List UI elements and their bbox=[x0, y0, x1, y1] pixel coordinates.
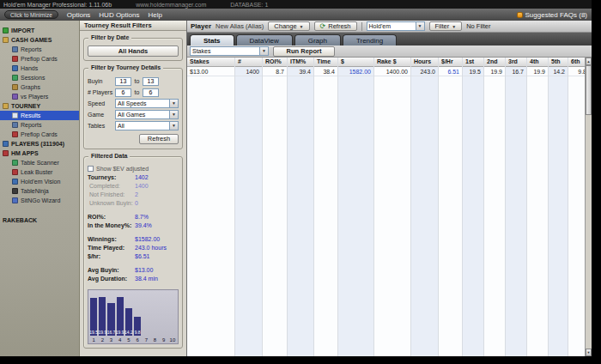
table-cell-1st[interactable]: 19.5 bbox=[463, 67, 483, 76]
table-cell-2nd[interactable]: 19.9 bbox=[484, 67, 505, 76]
speed-select[interactable]: All Speeds ▼ bbox=[115, 99, 179, 108]
sidebar-section-rakeback[interactable]: RAKEBACK bbox=[0, 215, 79, 225]
sidebar-section-hm-apps[interactable]: HM APPS bbox=[0, 149, 79, 158]
sidebar-section-tourney[interactable]: TOURNEY bbox=[0, 101, 79, 111]
game-type-select[interactable]: Hold'em ▼ bbox=[367, 21, 425, 31]
sidebar-item-reports[interactable]: Reports bbox=[0, 45, 79, 54]
vertical-scrollbar[interactable]: ▲ ▼ bbox=[585, 58, 592, 356]
table-cell-5th[interactable]: 14.2 bbox=[549, 67, 568, 76]
table-cell-time[interactable]: 38.4 bbox=[314, 67, 337, 76]
sidebar-item-reports[interactable]: Reports bbox=[0, 120, 79, 130]
tables-label: Tables bbox=[88, 123, 113, 129]
run-report-button[interactable]: Run Report bbox=[273, 46, 335, 57]
column-header-4th[interactable]: 4th bbox=[527, 58, 548, 67]
table-cell-itm[interactable]: 39.4 bbox=[288, 67, 313, 76]
tables-select[interactable]: All ▼ bbox=[115, 121, 179, 130]
table-cell-[interactable]: 1582.00 bbox=[338, 67, 373, 76]
sidebar-section-cash-games[interactable]: CASH GAMES bbox=[0, 35, 79, 45]
table-cell-[interactable]: 1400 bbox=[235, 67, 262, 76]
column-header-1st[interactable]: 1st bbox=[463, 58, 483, 67]
table-cell-rake[interactable]: 1400.00 bbox=[374, 67, 410, 76]
column-header-3rd[interactable]: 3rd bbox=[506, 58, 526, 67]
scrollbar-thumb[interactable] bbox=[586, 65, 592, 115]
sidebar-item-hold-em-vision[interactable]: Hold'em Vision bbox=[0, 177, 79, 186]
tab-trending[interactable]: Trending bbox=[343, 34, 397, 46]
column-header-2nd[interactable]: 2nd bbox=[484, 58, 505, 67]
menu-options[interactable]: Options bbox=[67, 11, 91, 19]
sidebar-item-graphs[interactable]: Graphs bbox=[0, 82, 79, 92]
chart-x-label: 5 bbox=[125, 337, 132, 343]
stat-unknown-buyin: Unknown Buyin:0 bbox=[88, 199, 179, 208]
stat-label: Completed: bbox=[88, 182, 135, 191]
sidebar-item-label: SitNGo Wizard bbox=[21, 197, 60, 203]
filter-panel: Tourney Result Filters Filter by Date Al… bbox=[80, 21, 187, 356]
tab-dataview[interactable]: DataView bbox=[236, 34, 293, 46]
filter-refresh-button[interactable]: Refresh bbox=[139, 134, 179, 144]
column-header-rake[interactable]: Rake $ bbox=[374, 58, 410, 67]
sidebar-item-label: RAKEBACK bbox=[3, 217, 37, 223]
graph-icon bbox=[12, 84, 18, 90]
menu-help[interactable]: Help bbox=[148, 11, 161, 19]
sidebar-item-tableninja[interactable]: TableNinja bbox=[0, 186, 79, 196]
suggested-faqs[interactable]: Suggested FAQs (8) bbox=[517, 11, 587, 19]
folder-icon bbox=[3, 103, 9, 109]
game-label: Game bbox=[88, 112, 113, 118]
table-cell-4th[interactable]: 19.9 bbox=[527, 67, 548, 76]
chart-bar-slot: 14.2 bbox=[125, 293, 132, 336]
tourney-details-label: Filter by Tourney Details bbox=[88, 64, 163, 70]
player-refresh-button[interactable]: ⟳ Refresh bbox=[314, 21, 357, 31]
column-header-hours[interactable]: Hours bbox=[411, 58, 438, 67]
menu-hud-options[interactable]: HUD Options bbox=[99, 11, 139, 19]
chart-x-label: 2 bbox=[99, 337, 106, 343]
game-select[interactable]: All Games ▼ bbox=[115, 110, 179, 119]
sidebar-item-results[interactable]: Results bbox=[0, 111, 79, 120]
sidebar-item-vs-players[interactable]: vs Players bbox=[0, 92, 79, 101]
scroll-down-icon[interactable]: ▼ bbox=[586, 349, 592, 356]
column-header-stakes[interactable]: Stakes bbox=[187, 58, 234, 67]
stat-not-finished: Not Finished:2 bbox=[88, 191, 179, 199]
table-cell-hours[interactable]: 243.0 bbox=[411, 67, 438, 76]
column-header-hr[interactable]: $/Hr bbox=[439, 58, 462, 67]
tab-graph[interactable]: Graph bbox=[294, 34, 341, 46]
players-to-label: to bbox=[133, 89, 141, 95]
buyin-to-input[interactable] bbox=[143, 77, 159, 86]
column-header-[interactable]: $ bbox=[338, 58, 373, 67]
stat-value: $13.00 bbox=[135, 266, 153, 275]
sidebar-item-hands[interactable]: Hands bbox=[0, 64, 79, 73]
sidebar-item-preflop-cards[interactable]: Preflop Cards bbox=[0, 54, 79, 64]
column-header-5th[interactable]: 5th bbox=[549, 58, 568, 67]
column-header-roi[interactable]: ROI% bbox=[263, 58, 287, 67]
scroll-up-icon[interactable]: ▲ bbox=[586, 58, 592, 65]
column-filler bbox=[288, 76, 313, 356]
players-from-input[interactable] bbox=[115, 88, 131, 97]
sidebar-section-players-311904[interactable]: PLAYERS (311904) bbox=[0, 139, 79, 149]
change-player-button[interactable]: Change ▼ bbox=[268, 21, 309, 31]
column-header-[interactable]: # bbox=[235, 58, 262, 67]
stat-value: $1582.00 bbox=[135, 235, 160, 244]
ev-adjusted-checkbox[interactable] bbox=[88, 166, 94, 172]
players-label: # Players bbox=[88, 89, 113, 95]
table-cell-stakes[interactable]: $13.00 bbox=[187, 67, 234, 76]
sidebar-item-leak-buster[interactable]: Leak Buster bbox=[0, 167, 79, 177]
table-cell-hr[interactable]: 6.51 bbox=[439, 67, 462, 76]
table-cell-6th[interactable]: 9.8 bbox=[568, 67, 585, 76]
chevron-down-icon: ▼ bbox=[300, 24, 304, 29]
tab-stats[interactable]: Stats bbox=[190, 34, 234, 46]
table-cell-3rd[interactable]: 16.7 bbox=[506, 67, 526, 76]
filter-button[interactable]: Filter ▼ bbox=[429, 21, 463, 31]
sidebar-section-import[interactable]: IMPORT bbox=[0, 26, 79, 35]
sidebar-item-sessions[interactable]: Sessions bbox=[0, 73, 79, 82]
buyin-from-input[interactable] bbox=[115, 77, 131, 86]
sidebar-item-table-scanner[interactable]: Table Scanner bbox=[0, 158, 79, 167]
players-to-input[interactable] bbox=[143, 88, 159, 97]
all-hands-button[interactable]: All Hands bbox=[88, 46, 179, 57]
minimize-button[interactable]: Click to Minimize bbox=[4, 10, 58, 19]
table-cell-roi[interactable]: 8.7 bbox=[263, 67, 287, 76]
column-header-time[interactable]: Time bbox=[314, 58, 337, 67]
stat-winnings: Winnings:$1582.00 bbox=[88, 235, 179, 244]
report-type-select[interactable]: Stakes ▼ bbox=[190, 46, 269, 56]
column-header-itm[interactable]: ITM% bbox=[288, 58, 313, 67]
sidebar-item-sitngo-wizard[interactable]: SitNGo Wizard bbox=[0, 196, 79, 205]
sidebar-item-preflop-cards[interactable]: Preflop Cards bbox=[0, 130, 79, 139]
column-header-6th[interactable]: 6th bbox=[568, 58, 585, 67]
